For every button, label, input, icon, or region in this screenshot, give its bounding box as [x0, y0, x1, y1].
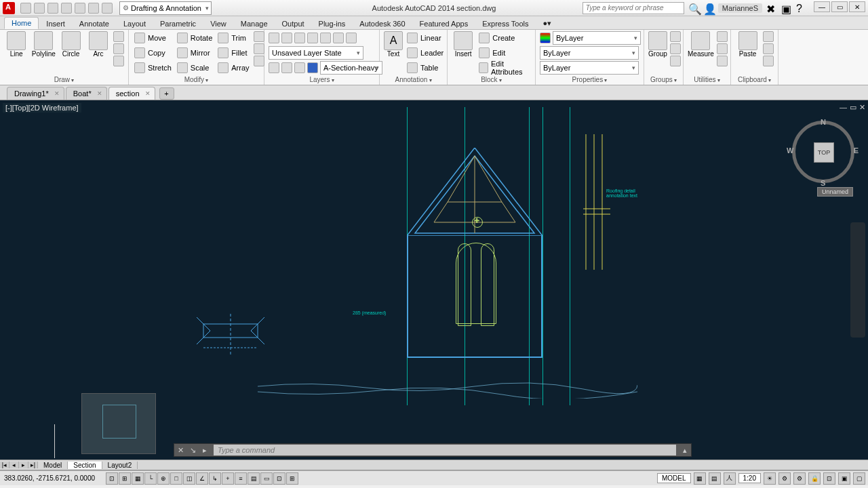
model-space-indicator[interactable]: MODEL — [657, 473, 691, 483]
rotate-button[interactable]: Rotate — [176, 31, 214, 45]
grid-icon[interactable]: ▦ — [132, 472, 144, 485]
cmdline-history-icon[interactable]: ▴ — [679, 446, 691, 455]
close-button[interactable]: ✕ — [849, 1, 865, 12]
polyline-button[interactable]: Polyline — [31, 31, 56, 58]
layerprops-icon[interactable] — [269, 33, 279, 43]
tab-autodesk360[interactable]: Autodesk 360 — [353, 18, 412, 29]
close-icon[interactable]: ✕ — [145, 90, 151, 97]
tab-insert[interactable]: Insert — [39, 18, 72, 29]
coordinates-readout[interactable]: 383.0260, -2715.6721, 0.0000 — [0, 474, 102, 482]
ungroup-icon[interactable] — [670, 31, 681, 42]
stretch-button[interactable]: Stretch — [133, 61, 173, 75]
qat-redo-icon[interactable] — [102, 3, 113, 14]
tab-annotate[interactable]: Annotate — [73, 18, 116, 29]
table-button[interactable]: Table — [406, 61, 445, 75]
ucs-label[interactable]: Unnamed — [817, 187, 853, 197]
copyclip-icon[interactable] — [763, 43, 774, 54]
command-line[interactable]: ✕ ↘ ▸ ▴ — [174, 443, 692, 457]
viewport-min-icon[interactable]: — — [840, 103, 847, 112]
trim-button[interactable]: Trim — [216, 31, 250, 45]
matchprop-icon[interactable] — [763, 56, 774, 66]
create-button[interactable]: Create — [477, 31, 531, 45]
tab-layout[interactable]: Layout — [117, 18, 153, 29]
user-name[interactable]: MarianneS — [718, 3, 762, 13]
ellipse-icon[interactable] — [113, 56, 124, 66]
tab-plugins[interactable]: Plug-ins — [312, 18, 353, 29]
paste-button[interactable]: Paste — [735, 31, 760, 58]
layerprev-icon[interactable] — [333, 33, 344, 43]
minimize-button[interactable]: — — [814, 1, 830, 12]
qat-open-icon[interactable] — [34, 3, 45, 14]
ws-icon[interactable]: ⚙ — [793, 472, 806, 485]
move-button[interactable]: Move — [133, 31, 173, 45]
layout-tab-layout2[interactable]: Layout2 — [102, 462, 138, 469]
cmdline-options-icon[interactable]: ↘ — [186, 446, 199, 455]
isolate-icon[interactable]: ▣ — [838, 472, 850, 485]
new-tab-button[interactable]: + — [159, 87, 174, 100]
color-icon[interactable] — [540, 33, 551, 43]
rectangle-icon[interactable] — [113, 31, 124, 42]
offset-icon[interactable] — [254, 56, 264, 66]
erase-icon[interactable] — [254, 31, 264, 42]
sun-icon[interactable] — [281, 62, 292, 73]
current-layer-dropdown[interactable]: A-Section-heavy — [320, 61, 382, 75]
tab-featuredapps[interactable]: Featured Apps — [413, 18, 475, 29]
viewcube-west[interactable]: W — [787, 146, 793, 155]
dyn-icon[interactable]: + — [222, 472, 234, 485]
layermatch-icon[interactable] — [320, 33, 331, 43]
scale-button[interactable]: Scale — [176, 61, 214, 75]
maximize-button[interactable]: ▭ — [831, 1, 848, 12]
grid-display-icon[interactable]: ▦ — [694, 472, 706, 485]
3dosnap-icon[interactable]: ◫ — [183, 472, 195, 485]
panel-label-groups[interactable]: Groups — [648, 75, 679, 85]
close-icon[interactable]: ✕ — [97, 90, 102, 97]
close-icon[interactable]: ✕ — [54, 90, 60, 97]
infoctr-search-input[interactable] — [583, 2, 684, 14]
color-dropdown[interactable]: ByLayer — [553, 31, 641, 45]
linear-button[interactable]: Linear — [406, 31, 445, 45]
hatch-icon[interactable] — [113, 43, 124, 54]
group-button[interactable]: Group — [648, 31, 667, 58]
quickview-icon[interactable]: ▤ — [709, 472, 721, 485]
layermore-icon[interactable] — [346, 33, 357, 43]
panel-label-properties[interactable]: Properties — [540, 75, 639, 85]
viewcube-top-face[interactable]: TOP — [814, 142, 834, 163]
annoauto-icon[interactable]: ⚙ — [778, 472, 791, 485]
leader-button[interactable]: Leader — [406, 46, 445, 60]
layerlock-icon[interactable] — [307, 33, 318, 43]
tab-expresstools[interactable]: Express Tools — [475, 18, 535, 29]
ducs-icon[interactable]: ↳ — [209, 472, 221, 485]
viewcube-north[interactable]: N — [821, 118, 826, 126]
lineweight-dropdown[interactable]: ByLayer — [540, 46, 639, 60]
qat-undo-icon[interactable] — [88, 3, 99, 14]
signin-icon[interactable]: 👤 — [703, 3, 714, 14]
layout-prev-icon[interactable]: ◂ — [9, 462, 19, 468]
tab-home[interactable]: Home — [4, 17, 39, 29]
line-button[interactable]: Line — [4, 31, 28, 58]
tab-output[interactable]: Output — [275, 18, 311, 29]
layeroff-icon[interactable] — [281, 33, 292, 43]
drawing-area[interactable]: [-][Top][2D Wireframe] — ▭ ✕ TOP N S E W… — [0, 100, 868, 460]
groupedit-icon[interactable] — [670, 43, 681, 54]
viewport-label[interactable]: [-][Top][2D Wireframe] — [3, 103, 81, 113]
app-menu-icon[interactable] — [3, 2, 15, 14]
cleanscreen-icon[interactable]: ▢ — [853, 472, 865, 485]
workspace-dropdown[interactable]: Drafting & Annotation — [119, 1, 212, 15]
polar-icon[interactable]: ⊕ — [157, 472, 170, 485]
qat-save-icon[interactable] — [47, 3, 58, 14]
help-icon[interactable]: ? — [796, 3, 807, 14]
otrack-icon[interactable]: ∠ — [196, 472, 208, 485]
copy-button[interactable]: Copy — [133, 46, 173, 60]
text-button[interactable]: AText — [384, 31, 403, 58]
qat-plot-icon[interactable] — [75, 3, 85, 14]
snap-icon[interactable]: ⊞ — [119, 472, 131, 485]
infer-icon[interactable]: ⊡ — [106, 472, 118, 485]
layerstate-dropdown[interactable]: Unsaved Layer State — [269, 46, 363, 60]
fillet-button[interactable]: Fillet — [216, 46, 250, 60]
panel-label-layers[interactable]: Layers — [269, 75, 375, 85]
panel-label-modify[interactable]: Modify — [133, 75, 260, 85]
file-tab-boat[interactable]: Boat*✕ — [66, 87, 107, 100]
qat-new-icon[interactable] — [20, 3, 31, 14]
tab-parametric[interactable]: Parametric — [153, 18, 203, 29]
toolbar-lock-icon[interactable]: 🔒 — [808, 472, 821, 485]
